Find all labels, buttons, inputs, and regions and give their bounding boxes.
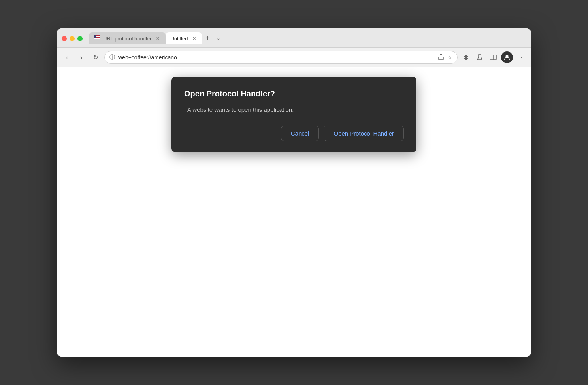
dialog-overlay: Open Protocol Handler? A website wants t… [57, 67, 531, 357]
cancel-button[interactable]: Cancel [281, 126, 319, 141]
tab-close-2[interactable]: ✕ [191, 35, 197, 42]
protocol-handler-dialog: Open Protocol Handler? A website wants t… [172, 77, 416, 152]
open-protocol-handler-button[interactable]: Open Protocol Handler [324, 126, 404, 141]
new-tab-button[interactable]: + [202, 32, 213, 43]
more-icon: ⋮ [518, 53, 524, 62]
forward-button[interactable]: › [76, 52, 87, 63]
tab-favicon-icon-1 [94, 35, 100, 42]
tab-dropdown-button[interactable]: ⌄ [213, 32, 224, 43]
title-bar: URL protocol handler ✕ Untitled ✕ + ⌄ [57, 28, 531, 48]
traffic-lights [62, 36, 83, 41]
tab-title-1: URL protocol handler [103, 36, 151, 42]
content-area: Open Protocol Handler? A website wants t… [57, 67, 531, 357]
tab-untitled[interactable]: Untitled ✕ [166, 32, 202, 44]
svg-rect-3 [94, 35, 96, 38]
tab-list: URL protocol handler ✕ Untitled ✕ + ⌄ [89, 32, 526, 44]
toolbar-icons: ⋮ [461, 51, 526, 63]
nav-bar: ‹ › ↻ ⓘ web+coffee://americano ☆ [57, 48, 531, 67]
back-icon: ‹ [66, 53, 68, 62]
dialog-buttons: Cancel Open Protocol Handler [184, 126, 404, 141]
dialog-body: A website wants to open this application… [184, 106, 404, 113]
info-icon: ⓘ [109, 54, 115, 61]
reader-mode-button[interactable] [488, 52, 499, 63]
tab-url-protocol-handler[interactable]: URL protocol handler ✕ [89, 32, 166, 44]
close-button[interactable] [62, 36, 67, 41]
tab-favicon-1 [94, 35, 100, 42]
browser-window: URL protocol handler ✕ Untitled ✕ + ⌄ ‹ … [57, 28, 531, 357]
tab-close-1[interactable]: ✕ [155, 35, 161, 42]
forward-icon: › [80, 53, 83, 62]
reload-icon: ↻ [93, 54, 98, 61]
labs-button[interactable] [474, 52, 485, 63]
tab-title-2: Untitled [170, 36, 188, 42]
dialog-title: Open Protocol Handler? [184, 89, 404, 98]
more-button[interactable]: ⋮ [515, 52, 526, 63]
extensions-button[interactable] [461, 52, 472, 63]
profile-button[interactable] [501, 51, 513, 63]
address-bar[interactable]: ⓘ web+coffee://americano ☆ [104, 51, 458, 64]
address-text: web+coffee://americano [118, 54, 435, 60]
back-button[interactable]: ‹ [62, 52, 73, 63]
share-icon[interactable] [438, 54, 444, 61]
maximize-button[interactable] [77, 36, 83, 41]
reload-button[interactable]: ↻ [90, 52, 101, 63]
svg-rect-2 [94, 38, 100, 39]
bookmark-icon[interactable]: ☆ [447, 54, 452, 60]
minimize-button[interactable] [70, 36, 75, 41]
